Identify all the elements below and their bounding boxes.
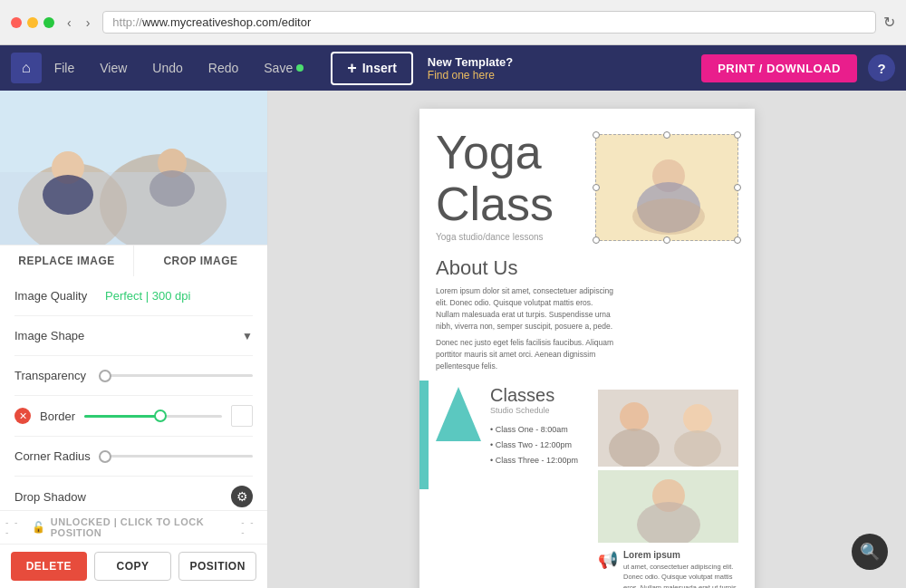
- flyer-title: Yoga Class: [436, 127, 599, 230]
- people-image-top: [598, 390, 738, 467]
- insert-button[interactable]: + Insert: [331, 52, 413, 85]
- handle-tm[interactable]: [663, 131, 670, 139]
- lorem-text-1: Lorem ipsum ut amet, consectetuer adipis…: [623, 550, 738, 588]
- image-preview: [0, 91, 267, 245]
- handle-mr[interactable]: [734, 184, 741, 191]
- drop-shadow-label: Drop Shadow: [14, 490, 105, 504]
- image-shape-label: Image Shape: [14, 329, 105, 342]
- nav-buttons: ‹ ›: [62, 14, 95, 32]
- print-download-button[interactable]: PRINT / DOWNLOAD: [701, 54, 857, 82]
- page-canvas: Yoga Class Yoga studio/dance lessons Abo…: [419, 109, 755, 588]
- handle-br[interactable]: [734, 236, 741, 244]
- svg-point-11: [632, 198, 705, 235]
- image-shape-control: ▼: [105, 330, 253, 342]
- corner-radius-label: Corner Radius: [14, 449, 105, 463]
- teal-bar: [419, 381, 429, 489]
- corner-radius-slider[interactable]: [105, 455, 253, 458]
- right-column: 📢 Lorem ipsum ut amet, consectetuer adip…: [598, 390, 738, 588]
- about-title: About Us: [436, 256, 738, 280]
- properties-panel: Image Quality Perfect | 300 dpi Image Sh…: [0, 276, 267, 510]
- image-actions: REPLACE IMAGE CROP IMAGE: [0, 245, 267, 276]
- maximize-button[interactable]: [43, 17, 54, 28]
- svg-point-5: [43, 175, 93, 215]
- forward-button[interactable]: ›: [81, 14, 96, 32]
- insert-plus-icon: +: [347, 59, 357, 78]
- drop-shadow-row: Drop Shadow ⚙: [14, 477, 253, 510]
- new-template-title: New Template?: [428, 55, 513, 69]
- refresh-button[interactable]: ↻: [883, 14, 895, 31]
- transparency-row: Transparency: [14, 356, 253, 396]
- transparency-slider[interactable]: [105, 374, 253, 377]
- image-shape-row[interactable]: Image Shape ▼: [14, 316, 253, 356]
- svg-marker-12: [436, 387, 481, 441]
- menu-file[interactable]: File: [42, 45, 88, 91]
- action-buttons: DELETE COPY POSITION: [0, 545, 267, 588]
- class-item-2: • Class Two - 12:00pm: [490, 438, 578, 453]
- image-box-inner: [596, 135, 737, 240]
- transparency-control: [105, 374, 253, 377]
- url-prefix: http://: [112, 15, 142, 29]
- lock-dash-left: - - -: [5, 517, 26, 537]
- save-indicator: [296, 64, 304, 72]
- svg-point-17: [609, 429, 660, 467]
- browser-chrome: ‹ › http://www.mycreativeshop.com/editor…: [0, 0, 906, 45]
- transparency-thumb[interactable]: [99, 370, 111, 382]
- menu-redo[interactable]: Redo: [196, 45, 251, 91]
- corner-radius-thumb[interactable]: [99, 450, 111, 463]
- menu-view[interactable]: View: [87, 45, 140, 91]
- lorem-body-1: ut amet, consectetuer adipiscing elit. D…: [623, 562, 738, 588]
- left-panel: REPLACE IMAGE CROP IMAGE Image Quality P…: [0, 91, 268, 588]
- canvas-area[interactable]: Yoga Class Yoga studio/dance lessons Abo…: [268, 91, 906, 588]
- app-bar-menu: File View Undo Redo Save: [42, 45, 317, 91]
- help-button[interactable]: ?: [868, 54, 895, 82]
- lock-icon: 🔓: [32, 521, 45, 534]
- url-bar[interactable]: http://www.mycreativeshop.com/editor: [102, 11, 876, 34]
- main-layout: REPLACE IMAGE CROP IMAGE Image Quality P…: [0, 91, 906, 588]
- lorem-title-1: Lorem ipsum: [623, 550, 738, 560]
- lock-text: UNLOCKED | CLICK TO LOCK POSITION: [51, 516, 236, 538]
- menu-save[interactable]: Save: [251, 45, 316, 91]
- copy-button[interactable]: COPY: [94, 552, 172, 581]
- app-bar: ⌂ File View Undo Redo Save + Insert New …: [0, 45, 906, 91]
- class-list: • Class One - 8:00am • Class Two - 12:00…: [490, 422, 578, 468]
- home-button[interactable]: ⌂: [11, 53, 42, 83]
- minimize-button[interactable]: [27, 17, 38, 28]
- url-text: www.mycreativeshop.com/editor: [142, 15, 311, 29]
- menu-undo[interactable]: Undo: [140, 45, 195, 91]
- close-button[interactable]: [11, 17, 22, 28]
- people-image-bottom: [598, 470, 738, 543]
- border-thumb[interactable]: [154, 410, 167, 422]
- insert-label: Insert: [362, 61, 397, 75]
- border-color-swatch[interactable]: [231, 405, 253, 427]
- svg-rect-3: [0, 172, 267, 245]
- handle-tr[interactable]: [734, 131, 741, 139]
- transparency-label: Transparency: [14, 369, 105, 382]
- zoom-button[interactable]: 🔍: [852, 534, 888, 570]
- svg-point-18: [683, 404, 712, 433]
- handle-bl[interactable]: [593, 236, 600, 244]
- svg-point-7: [149, 170, 195, 207]
- replace-image-button[interactable]: REPLACE IMAGE: [0, 246, 133, 276]
- delete-button[interactable]: DELETE: [11, 552, 87, 581]
- corner-radius-control: [105, 455, 253, 458]
- handle-ml[interactable]: [593, 184, 600, 191]
- lock-bar[interactable]: - - - 🔓 UNLOCKED | CLICK TO LOCK POSITIO…: [0, 511, 267, 545]
- border-slider[interactable]: [84, 415, 222, 418]
- border-remove-icon[interactable]: ✕: [14, 408, 31, 424]
- shape-dropdown-arrow[interactable]: ▼: [242, 330, 253, 342]
- handle-bm[interactable]: [663, 236, 670, 244]
- image-box-svg: [596, 135, 737, 240]
- new-template-promo: New Template? Find one here: [428, 55, 513, 82]
- image-quality-row: Image Quality Perfect | 300 dpi: [14, 276, 253, 316]
- selected-image-box[interactable]: [595, 134, 738, 241]
- back-button[interactable]: ‹: [62, 14, 77, 32]
- position-button[interactable]: POSITION: [178, 552, 256, 581]
- about-body1: Lorem ipsum dolor sit amet, consectetuer…: [436, 285, 617, 332]
- handle-tl[interactable]: [593, 131, 600, 139]
- traffic-lights: [11, 17, 54, 28]
- save-label: Save: [264, 61, 293, 75]
- crop-image-button[interactable]: CROP IMAGE: [134, 246, 267, 276]
- drop-shadow-icon[interactable]: ⚙: [231, 486, 253, 507]
- new-template-link[interactable]: Find one here: [428, 69, 513, 82]
- border-label: Border: [40, 410, 75, 423]
